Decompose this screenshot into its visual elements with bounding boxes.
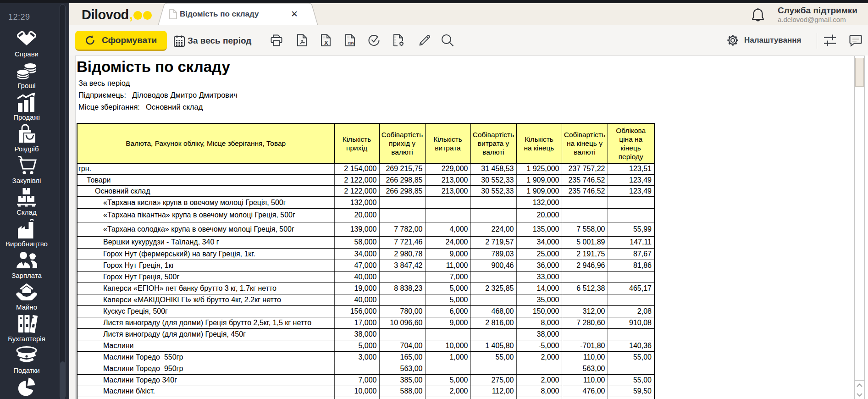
row-name-cell: грн. [77,163,334,175]
row-value-cell: 47,000 [334,260,379,271]
sidebar-scrollbar-track[interactable] [60,4,66,399]
row-value-cell: 476,00 [562,386,608,397]
table-row[interactable]: «Тархана солодка» крупа в овечому молоці… [77,222,654,236]
row-value-cell [425,208,470,222]
report-title: Відомість по складу [77,58,230,76]
table-row[interactable]: Каперси «МАКІДОНІКІ ГІ» ж/б брутто 4кг, … [77,294,654,305]
row-value-cell: 33,000 [516,271,562,283]
row-value-cell: 7,000 [334,374,379,386]
table-row[interactable]: Каперси «ЕГІОН» пет банку брутто 3 кг, 1… [77,283,654,294]
table-row[interactable]: Маслини Торедо 340г7,000385,005,000275,0… [77,374,654,386]
sidebar-item-Гроші[interactable]: Гроші [0,61,53,91]
clock: 12:29 [8,12,30,22]
row-value-cell [379,294,425,305]
period-selector[interactable]: За весь період [173,32,251,50]
sidebar-item-Справи[interactable]: Справи [0,29,53,60]
row-value-cell: 17,000 [334,317,379,328]
row-value-cell: 8 838,23 [379,283,425,294]
sidebar-item-Продажі[interactable]: Продажі [0,93,53,123]
table-row[interactable]: Листя винограду (для долми) Греція брутт… [77,317,654,328]
sidebar-item-Роздріб[interactable]: Роздріб [0,124,53,155]
table-row[interactable]: Листя винограду (для долми) Греція, 450г… [77,328,654,340]
row-value-cell: 20,000 [516,208,562,222]
row-value-cell: 132,000 [334,197,379,208]
print-button[interactable] [269,33,284,48]
table-row[interactable]: Горох Нут Греція, 500г40,0007,00033,000 [77,271,654,283]
sidebar-item-Закупівлі[interactable]: Закупівлі [0,156,53,186]
row-value-cell: 9,000 [425,248,470,260]
sidebar-scrollbar-thumb[interactable] [60,361,65,399]
edit-pencil-button[interactable] [417,33,432,48]
table-row[interactable]: Маслини Торедо 950гр563,00563,00 [77,363,654,374]
table-row[interactable]: Горох Нут (фермерський) на вагу Греція, … [77,248,654,260]
col-header-qty-end[interactable]: Кількість на кінець [516,123,562,163]
sidebar-item-Податки[interactable]: Податки [0,346,53,376]
table-row[interactable]: грн.2 154,000269 215,75229,00031 458,531… [77,163,654,175]
report-table: Валюта, Рахунок обліку, Місце зберігання… [77,123,655,399]
row-value-cell: 704,00 [379,340,425,351]
table-row[interactable]: Горох Нут Греція, 1кг47,0003 847,4211,00… [77,260,654,271]
support-block[interactable]: Служба підтримки a.delovod@gmail.com [778,5,865,24]
sidebar-item-Майно[interactable]: Майно [0,283,53,313]
row-value-cell [470,363,516,374]
document-settings-button[interactable] [391,33,406,48]
row-value-cell: 14,000 [516,283,562,294]
sidebar-item-label: Бухгалтерія [0,335,53,343]
row-value-cell: 2 154,000 [334,163,379,175]
row-value-cell: 563,00 [562,363,608,374]
tab-warehouse-report[interactable]: Відомість по складу ✕ [158,3,318,25]
table-row[interactable]: Вершки кукурудзи - Таїланд, 340 г58,0007… [77,236,654,248]
export-pdf-button[interactable] [294,33,310,48]
sidebar-item-reports[interactable] [0,377,53,399]
col-header-name[interactable]: Валюта, Рахунок обліку, Місце зберігання… [77,123,334,163]
row-value-cell: 2,000 [516,351,562,363]
col-header-cost-in[interactable]: Собівартість прихід у валюті [379,123,425,163]
scroll-down-button[interactable] [855,390,864,399]
col-header-cost-end[interactable]: Собівартість на кінець у валюті [562,123,608,163]
sidebar-item-Зарплата[interactable]: Зарплата [0,251,53,281]
logo-dot-icon [143,11,152,20]
table-row[interactable]: Маслини б/кіст.10,000588,002,000112,008,… [77,386,654,397]
bell-icon[interactable] [751,7,765,23]
refresh-icon [85,35,96,46]
sidebar-item-Склад[interactable]: Склад [0,188,53,218]
tab-close-icon[interactable]: ✕ [288,8,300,20]
col-header-cost-out[interactable]: Собівартість витрата у валюті [470,123,516,163]
generate-button[interactable]: Сформувати [75,31,167,51]
col-header-price-end[interactable]: Облікова ціна на кінець періоду [608,123,654,163]
content-scrollbar-track[interactable] [854,56,865,399]
row-value-cell: 35,000 [516,294,562,305]
row-value-cell: 24,000 [425,236,470,248]
row-value-cell: 40,000 [334,294,379,305]
sidebar-item-Бухгалтерія[interactable]: Бухгалтерія [0,314,53,344]
row-value-cell: 6 512,38 [562,283,608,294]
settings-button[interactable]: Налаштування [726,33,802,48]
search-button[interactable] [440,33,455,48]
check-button[interactable] [366,33,382,48]
chat-button[interactable] [848,33,863,48]
table-row[interactable]: Маслини5,000704,0010,0001 405,80-5,000-7… [77,340,654,351]
table-row[interactable]: Кускус Греція, 500г156,000780,006,000468… [77,305,654,317]
table-row[interactable]: Товари2 122,000266 298,85213,00030 552,3… [77,175,654,186]
table-row[interactable]: «Тархана пікантна» крупа в овечому молоц… [77,208,654,222]
scroll-up-button[interactable] [855,380,864,390]
support-email: a.delovod@gmail.com [778,16,865,24]
binders-icon [0,314,53,333]
sidebar-item-Виробництво[interactable]: Виробництво [0,219,53,249]
sidebar-item-label: Закупівлі [0,177,53,184]
logo-text: Dilovod [82,7,129,22]
table-row[interactable]: Основний склад2 122,000266 298,85213,000… [77,186,654,197]
row-value-cell: -5,000 [516,340,562,351]
row-value-cell: 55,00 [608,374,654,386]
table-row[interactable]: «Тархана кисла» крупа в овечому молоці Г… [77,197,654,208]
col-header-qty-out[interactable]: Кількість витрата [425,123,470,163]
content-scrollbar-thumb[interactable] [855,58,864,87]
export-csv-button[interactable]: csv [343,33,358,48]
dilovod-logo[interactable]: Dilovod, [82,7,152,22]
row-value-cell: 55,00 [470,351,516,363]
adjustments-button[interactable] [822,33,838,48]
table-row[interactable]: Маслини Торедо 550гр3,000165,001,00055,0… [77,351,654,363]
col-header-qty-in[interactable]: Кількість прихід [334,123,379,163]
export-xls-button[interactable]: X [318,33,334,48]
row-value-cell: 2 325,85 [470,283,516,294]
